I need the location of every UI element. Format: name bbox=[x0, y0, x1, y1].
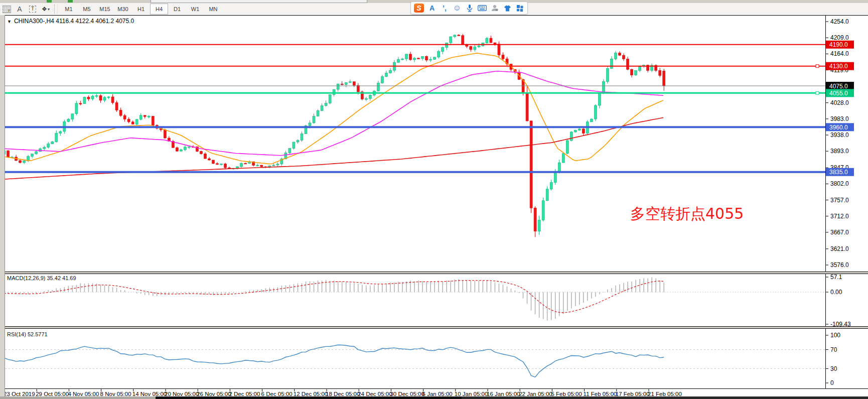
candle-body bbox=[224, 164, 227, 168]
candle-body bbox=[35, 152, 38, 154]
candle-body bbox=[534, 208, 536, 231]
candle-body bbox=[152, 116, 154, 125]
candle-body bbox=[546, 189, 548, 201]
price-axis-label: 4254.0 bbox=[830, 18, 849, 25]
candle-body bbox=[462, 36, 464, 45]
candle-body bbox=[409, 54, 412, 60]
candle-body bbox=[639, 66, 641, 71]
macd-axis-label: 0.00 bbox=[830, 289, 842, 296]
candle-body bbox=[425, 56, 428, 60]
candle-body bbox=[47, 144, 50, 148]
hline-handle[interactable] bbox=[816, 65, 819, 68]
price-axis-label: 4028.0 bbox=[830, 99, 849, 106]
candle-body bbox=[51, 142, 54, 144]
rsi-axis-label: 100 bbox=[830, 332, 840, 339]
candle-body bbox=[421, 56, 424, 59]
candle-body bbox=[313, 116, 315, 123]
candle-body bbox=[55, 133, 58, 142]
hline-handle[interactable] bbox=[816, 91, 819, 94]
main-price-panel[interactable] bbox=[5, 15, 868, 272]
candle-body bbox=[550, 183, 552, 189]
candle-body bbox=[188, 147, 190, 148]
candle-body bbox=[594, 105, 597, 119]
candle-body bbox=[131, 122, 134, 124]
candle-body bbox=[470, 47, 472, 50]
price-tag-label: 3835.0 bbox=[829, 169, 848, 176]
background-bottom-strip-light bbox=[0, 396, 156, 399]
macd-axis-label: 57.1 bbox=[830, 274, 842, 281]
candle-body bbox=[570, 132, 572, 141]
candle-body bbox=[615, 53, 617, 59]
candle-body bbox=[385, 73, 387, 76]
candle-body bbox=[293, 142, 295, 149]
candle-body bbox=[542, 201, 544, 220]
candle-body bbox=[458, 35, 460, 36]
candle-body bbox=[433, 57, 436, 60]
candle-body bbox=[631, 69, 633, 75]
candle-body bbox=[454, 35, 456, 37]
candle-body bbox=[244, 163, 247, 164]
candle-body bbox=[381, 77, 383, 83]
candle-body bbox=[494, 43, 496, 44]
candle-body bbox=[530, 121, 532, 208]
candle-body bbox=[429, 59, 432, 60]
background-bottom-strip bbox=[0, 396, 868, 399]
background-bottom-strip-dark bbox=[462, 396, 868, 399]
chart-svg[interactable]: 4254.04209.04164.04119.04028.03983.03938… bbox=[0, 0, 868, 399]
candle-body bbox=[164, 130, 166, 138]
candle-body bbox=[526, 93, 528, 121]
candle-body bbox=[288, 149, 291, 153]
candle-body bbox=[389, 70, 391, 73]
rsi-panel[interactable] bbox=[5, 328, 868, 388]
candle-body bbox=[297, 140, 299, 142]
price-tag-label: 4190.0 bbox=[829, 41, 848, 48]
candle-body bbox=[43, 147, 46, 149]
candle-body bbox=[19, 161, 22, 163]
candle-body bbox=[276, 164, 279, 165]
candle-body bbox=[566, 141, 568, 154]
candle-body bbox=[562, 154, 564, 163]
candle-body bbox=[200, 152, 202, 154]
panel-splitter[interactable] bbox=[5, 327, 868, 328]
chart-title-caret-icon[interactable]: ▼ bbox=[7, 19, 12, 24]
candle-body bbox=[220, 164, 223, 165]
candle-body bbox=[7, 151, 10, 157]
time-axis[interactable]: 23 Oct 201929 Oct 05:004 Nov 05:008 Nov … bbox=[4, 389, 868, 397]
candle-body bbox=[83, 97, 86, 104]
macd-panel[interactable] bbox=[5, 274, 868, 326]
macd-axis-label: -109.43 bbox=[830, 321, 851, 328]
price-axis-label: 3893.0 bbox=[830, 148, 849, 155]
candle-body bbox=[301, 134, 303, 141]
annotation-text[interactable]: 多空转折点4055 bbox=[630, 204, 744, 224]
candle-body bbox=[176, 148, 178, 151]
price-axis-label: 3576.0 bbox=[830, 261, 849, 269]
candle-body bbox=[59, 131, 62, 134]
candle-body bbox=[413, 58, 416, 60]
macd-indicator-label: MACD(12,26,9) 35.42 41.69 bbox=[7, 275, 76, 281]
candle-body bbox=[329, 95, 331, 103]
candle-body bbox=[554, 172, 556, 182]
price-axis-label: 3667.0 bbox=[830, 229, 849, 236]
candle-body bbox=[67, 119, 70, 121]
candle-body bbox=[478, 46, 480, 47]
candle-body bbox=[369, 95, 371, 99]
candle-body bbox=[590, 119, 593, 122]
price-axis-label: 3757.0 bbox=[830, 197, 849, 204]
candle-body bbox=[99, 96, 102, 100]
candle-body bbox=[627, 59, 629, 69]
candle-body bbox=[397, 59, 399, 62]
candle-body bbox=[256, 165, 259, 166]
candle-body bbox=[337, 84, 339, 89]
price-axis-label: 4164.0 bbox=[830, 50, 849, 57]
candle-body bbox=[442, 48, 444, 52]
window-left-edge bbox=[0, 15, 5, 396]
candle-body bbox=[107, 97, 110, 98]
candle-body bbox=[635, 71, 637, 75]
candle-body bbox=[325, 103, 327, 106]
candle-body bbox=[663, 71, 665, 86]
panel-splitter[interactable] bbox=[5, 272, 868, 274]
candle-body bbox=[204, 154, 207, 159]
candle-body bbox=[240, 163, 243, 167]
chart-canvas[interactable]: 4254.04209.04164.04119.04028.03983.03938… bbox=[0, 0, 868, 399]
candle-body bbox=[119, 110, 122, 115]
